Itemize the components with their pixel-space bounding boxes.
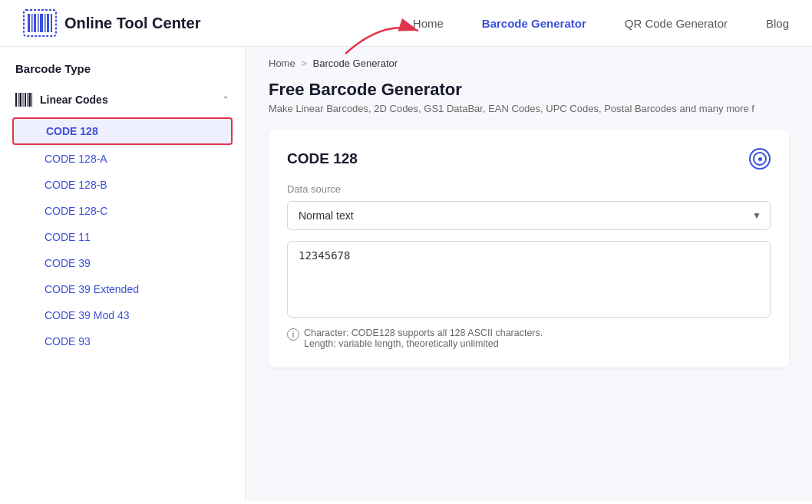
data-source-wrapper: Normal text Hex string Base64 ▼ [287, 201, 771, 230]
svg-rect-10 [15, 93, 17, 107]
breadcrumb: Home > Barcode Generator [246, 47, 812, 80]
sidebar-section-linear: Linear Codes ⌃ CODE 128 CODE 128-A CODE … [0, 87, 245, 358]
data-source-select[interactable]: Normal text Hex string Base64 [287, 201, 771, 230]
barcode-card: CODE 128 Data source Normal text Hex str… [269, 130, 789, 367]
sidebar-item-code93[interactable]: CODE 93 [12, 329, 233, 354]
info-line2: Length: variable length, theoretically u… [304, 338, 543, 349]
svg-rect-13 [23, 93, 24, 107]
svg-rect-7 [45, 14, 46, 32]
svg-rect-12 [20, 93, 22, 107]
sidebar-item-code39mod43[interactable]: CODE 39 Mod 43 [12, 303, 233, 328]
card-header: CODE 128 [287, 148, 771, 170]
sidebar-items-list: CODE 128 CODE 128-A CODE 128-B CODE 128-… [8, 113, 237, 358]
nav-blog[interactable]: Blog [766, 17, 789, 30]
sidebar-item-code128b[interactable]: CODE 128-B [12, 173, 233, 197]
nav-barcode-generator[interactable]: Barcode Generator [482, 17, 586, 30]
sidebar-item-code11[interactable]: CODE 11 [12, 225, 233, 249]
svg-rect-3 [31, 14, 33, 32]
sidebar: Barcode Type Linear Codes [0, 47, 246, 501]
svg-rect-5 [38, 14, 39, 32]
data-source-label: Data source [287, 183, 771, 195]
barcode-icon [15, 93, 32, 107]
info-text: i Character: CODE128 supports all 128 AS… [287, 328, 771, 349]
target-dot [758, 157, 762, 161]
breadcrumb-separator: > [301, 58, 307, 69]
page-title: Free Barcode Generator [269, 80, 789, 100]
target-icon[interactable] [749, 148, 771, 170]
breadcrumb-home[interactable]: Home [269, 58, 295, 69]
logo-area: Online Tool Center [23, 9, 200, 37]
sidebar-item-code39ext[interactable]: CODE 39 Extended [12, 277, 233, 301]
content-inner: Free Barcode Generator Make Linear Barco… [246, 80, 812, 390]
header: Online Tool Center Home Barcode Generato… [0, 0, 812, 47]
info-line1: Character: CODE128 supports all 128 ASCI… [304, 328, 543, 338]
sidebar-section-header[interactable]: Linear Codes ⌃ [8, 87, 237, 113]
card-title: CODE 128 [287, 150, 358, 167]
nav-home[interactable]: Home [413, 17, 444, 30]
sidebar-item-code128a[interactable]: CODE 128-A [12, 147, 233, 171]
breadcrumb-current: Barcode Generator [313, 58, 398, 69]
chevron-up-icon: ⌃ [222, 94, 229, 105]
sidebar-section-header-left: Linear Codes [15, 93, 108, 107]
svg-rect-11 [18, 93, 19, 107]
svg-rect-16 [29, 93, 31, 107]
info-content: Character: CODE128 supports all 128 ASCI… [304, 328, 543, 349]
svg-rect-17 [31, 93, 32, 107]
svg-rect-2 [28, 14, 30, 32]
svg-rect-4 [34, 14, 36, 32]
sidebar-title: Barcode Type [0, 62, 245, 87]
main-nav: Home Barcode Generator QR Code Generator… [413, 17, 789, 30]
nav-qr-code-generator[interactable]: QR Code Generator [625, 17, 728, 30]
page-subtitle: Make Linear Barcodes, 2D Codes, GS1 Data… [269, 103, 789, 114]
section-label: Linear Codes [40, 94, 108, 106]
logo-icon [23, 9, 57, 37]
main-content: Home > Barcode Generator Free Barcode Ge… [246, 47, 812, 501]
svg-rect-6 [40, 14, 43, 32]
main-layout: Barcode Type Linear Codes [0, 47, 812, 501]
svg-rect-8 [47, 14, 49, 32]
sidebar-item-code39[interactable]: CODE 39 [12, 251, 233, 275]
barcode-data-textarea[interactable]: 12345678 [287, 241, 771, 318]
svg-rect-15 [28, 93, 28, 107]
sidebar-item-code128c[interactable]: CODE 128-C [12, 199, 233, 223]
info-icon: i [287, 328, 299, 341]
svg-rect-9 [51, 14, 52, 32]
sidebar-item-code128[interactable]: CODE 128 [12, 117, 233, 145]
logo-text: Online Tool Center [64, 15, 200, 32]
svg-rect-14 [25, 93, 26, 107]
